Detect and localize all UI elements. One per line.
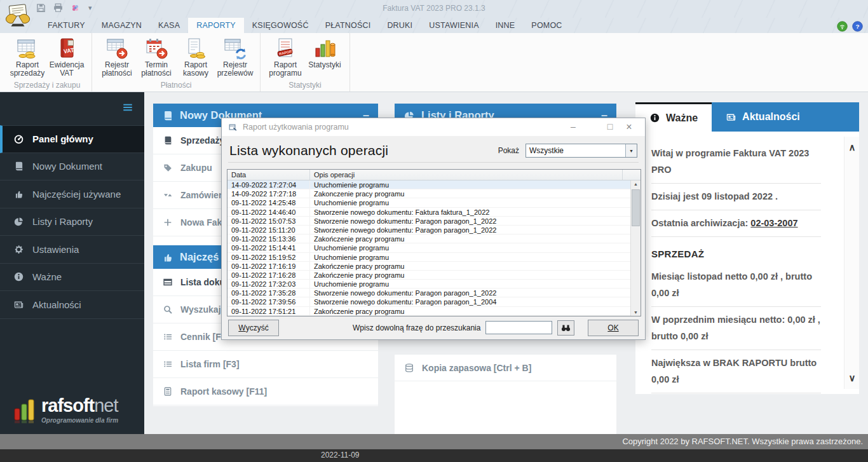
table-row[interactable]: 14-09-2022 17:27:04Uruchomienie programu <box>227 180 630 189</box>
tag-icon <box>163 163 173 173</box>
show-filter-dropdown[interactable]: Wszystkie ▼ <box>526 144 637 158</box>
tab-kasa[interactable]: KASA <box>150 18 188 33</box>
dialog-title: Raport użytkowania programu <box>243 123 349 132</box>
ok-button[interactable]: OK <box>588 320 639 336</box>
online-status-icon[interactable] <box>837 21 848 32</box>
gauge-icon <box>13 133 24 144</box>
panel-item-kopia-zapasowa[interactable]: Kopia zapasowa [Ctrl + B] <box>395 354 616 381</box>
vendor-logo: rafsoftnet Oprogramowanie dla firm <box>14 397 118 424</box>
ribbon-termin-platnosci[interactable]: Termin płatności <box>137 36 176 80</box>
operations-table: Data Opis operacji 14-09-2022 17:27:04Ur… <box>227 169 641 316</box>
hamburger-menu-icon[interactable] <box>121 102 134 113</box>
tab-ksiegowosc[interactable]: KSIĘGOWOŚĆ <box>244 18 317 33</box>
panel-item-lista-firm[interactable]: Lista firm [F3] <box>153 351 378 378</box>
table-row[interactable]: 09-11-2022 15:19:52Uruchomienie programu <box>227 253 630 262</box>
info-panel-tabs: Ważne Aktualności <box>635 102 859 132</box>
table-row[interactable]: 09-11-2022 15:13:36Zakończenie pracy pro… <box>227 234 630 243</box>
scroll-up-icon[interactable]: ∧ <box>844 142 859 153</box>
copyright-bar: Copyright 2022 by RAFSOFT.NET. Wszystkie… <box>0 434 868 449</box>
ribbon-ewidencja-vat[interactable]: Ewidencja VAT <box>47 36 86 80</box>
dropdown-arrow-icon[interactable]: ▼ <box>625 144 637 157</box>
table-row[interactable]: 09-11-2022 17:39:56Stworzenie nowego dok… <box>227 297 630 306</box>
ribbon-raport-programu[interactable]: Raport programu <box>266 36 305 80</box>
sales-current-month: Miesiąc listopad netto 0,00 zł , brutto … <box>651 264 821 307</box>
ribbon-statystyki[interactable]: Statystyki <box>305 36 344 80</box>
table-row[interactable]: 09-11-2022 15:14:41Uruchomienie programu <box>227 243 630 252</box>
sidebar-item-nowy-dokument[interactable]: Nowy Dokument <box>0 153 144 181</box>
ribbon-group-label: Statystyki <box>266 80 344 92</box>
sidebar-item-listy-i-raporty[interactable]: Listy i Raporty <box>0 208 144 236</box>
scroll-up-icon[interactable]: ▲ <box>631 182 641 186</box>
scroll-down-icon[interactable]: ∨ <box>844 372 859 384</box>
tab-platnosci[interactable]: PŁATNOŚCI <box>317 18 379 33</box>
ribbon-rejestr-platnosci[interactable]: Rejestr płatności <box>97 36 137 80</box>
panel-item-raport-kasowy[interactable]: Raport kasowy [F11] <box>153 378 378 405</box>
ribbon-raport-sprzedazy[interactable]: Raport sprzedaży <box>8 36 47 80</box>
dialog-close-button[interactable]: × <box>620 121 639 133</box>
show-label: Pokaż <box>498 146 519 155</box>
search-input[interactable] <box>485 321 552 334</box>
column-header-data[interactable]: Data <box>227 170 310 180</box>
table-row[interactable]: 14-09-2022 17:27:18Zakonczenie pracy pro… <box>227 189 630 198</box>
menu-tab-bar: FAKTURY MAGAZYN KASA RAPORTY KSIĘGOWOŚĆ … <box>0 18 868 33</box>
tab-inne[interactable]: INNE <box>487 18 524 33</box>
ribbon-group-platnosci: Rejestr płatności Termin płatności Rapor… <box>92 33 261 92</box>
scroll-down-icon[interactable]: ▼ <box>631 310 641 315</box>
table-row[interactable]: 09-11-2022 15:11:20Stworzenie nowego dok… <box>227 226 630 234</box>
table-row[interactable]: 09-11-2022 17:51:21Zakończenie pracy pro… <box>227 307 630 316</box>
ribbon-group-sprzedazy: Raport sprzedaży Ewidencja VAT Sprzedaży… <box>0 33 92 92</box>
help-icon[interactable] <box>852 21 863 32</box>
table-icon <box>163 277 173 287</box>
column-header-opis[interactable]: Opis operacji <box>310 170 623 180</box>
sidebar-item-wazne[interactable]: Ważne <box>0 264 144 292</box>
window-title: Faktura VAT 2023 PRO 23.1.3 <box>0 4 868 13</box>
app-logo-icon[interactable] <box>4 1 32 29</box>
tab-ustawienia[interactable]: USTAWIENIA <box>421 18 487 33</box>
sidebar-item-ustawienia[interactable]: Ustawienia <box>0 236 144 264</box>
newspaper-icon <box>726 112 736 123</box>
info-icon <box>13 271 24 282</box>
tab-wazne[interactable]: Ważne <box>635 102 712 132</box>
sidebar-item-aktualnosci[interactable]: Aktualności <box>0 291 144 319</box>
table-row[interactable]: 09-11-2022 15:07:53Stworzenie nowego dok… <box>227 217 630 226</box>
tab-faktury[interactable]: FAKTURY <box>39 18 93 33</box>
sort-arrows-icon <box>163 190 173 200</box>
dialog-maximize-button[interactable]: □ <box>600 121 620 133</box>
table-row[interactable]: 09-11-2022 17:16:28Zakończenie pracy pro… <box>227 271 630 280</box>
table-row[interactable]: 09-11-2022 17:32:03Uruchomienie programu <box>227 280 630 289</box>
list-icon <box>163 359 173 369</box>
dialog-minimize-button[interactable]: – <box>564 121 583 133</box>
book-icon <box>163 135 173 146</box>
table-row[interactable]: 09-11-2022 17:16:19Zakończenie pracy pro… <box>227 262 630 271</box>
ribbon-group-label: Płatności <box>97 80 255 92</box>
tab-raporty[interactable]: RAPORTY <box>188 18 244 33</box>
archive-date-link[interactable]: 02-03-2007 <box>750 218 797 228</box>
calendar-arrow-icon <box>144 37 168 60</box>
tab-aktualnosci[interactable]: Aktualności <box>712 102 859 132</box>
clear-button[interactable]: Wyczyść <box>228 320 279 336</box>
table-row[interactable]: 09-11-2022 14:25:48Uruchomienie programu <box>227 198 630 207</box>
table-scrollbar[interactable]: ▲ ▼ <box>630 180 641 316</box>
sidebar-item-panel-glowny[interactable]: Panel główny <box>0 125 144 153</box>
table-row[interactable]: 09-11-2022 14:46:40Stworzenie nowego dok… <box>227 208 630 217</box>
ribbon-rejestr-przelewow[interactable]: Rejestr przelewów <box>215 36 255 80</box>
status-bar: 2022-11-09 <box>0 449 868 462</box>
today-message: Dzisiaj jest 09 listopad 2022 . <box>651 184 821 210</box>
book-icon <box>13 161 24 172</box>
column-header-blank <box>623 170 641 180</box>
scrollbar-thumb[interactable] <box>632 189 640 226</box>
table-refresh-icon <box>223 37 247 60</box>
table-row[interactable]: 09-11-2022 17:35:28Stworzenie nowego dok… <box>227 289 630 297</box>
tab-druki[interactable]: DRUKI <box>379 18 421 33</box>
sidebar-item-najczesciej-uzywane[interactable]: Najczęściej używane <box>0 180 144 208</box>
search-icon <box>163 304 173 315</box>
tab-pomoc[interactable]: POMOC <box>523 18 570 33</box>
book-icon <box>162 110 173 121</box>
info-panel-scrollbar[interactable]: ∧ ∨ <box>844 137 859 389</box>
table-header: Data Opis operacji <box>227 170 641 180</box>
logo-tagline: Oprogramowanie dla firm <box>41 418 118 424</box>
find-button[interactable] <box>557 320 574 336</box>
ribbon-raport-kasowy[interactable]: Raport kasowy <box>176 36 215 80</box>
dialog-title-bar[interactable]: Raport użytkowania programu – □ × <box>222 118 645 136</box>
tab-magazyn[interactable]: MAGAZYN <box>93 18 150 33</box>
